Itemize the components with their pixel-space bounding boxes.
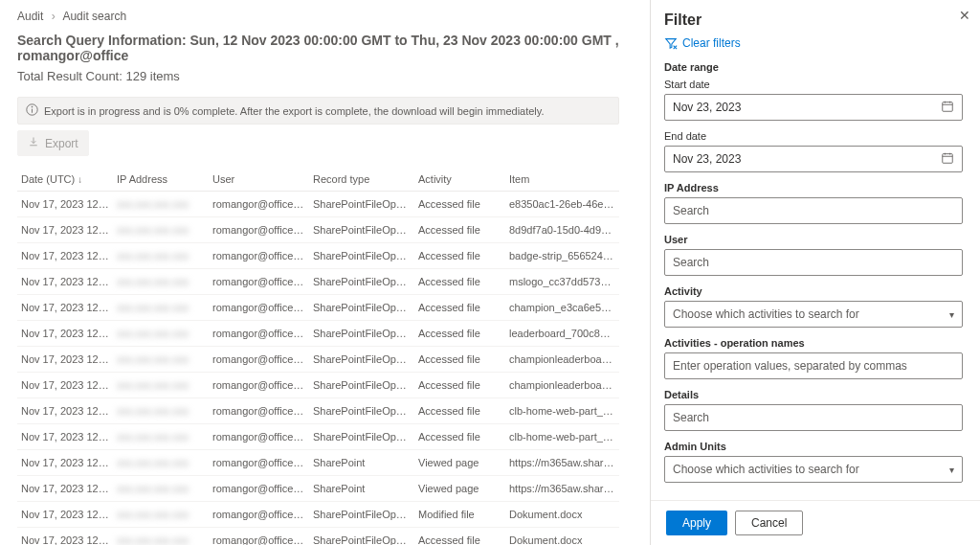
cell-item: 8d9df7a0-15d0-4d9d-91a8- [505, 217, 619, 243]
result-count: Total Result Count: 129 items [17, 69, 619, 83]
svg-rect-9 [943, 153, 953, 163]
cell-record: SharePointFileOperation [309, 398, 414, 424]
cell-record: SharePoint [309, 476, 414, 502]
col-item[interactable]: Item [505, 168, 619, 192]
page-title: Search Query Information: Sun, 12 Nov 20… [17, 33, 619, 63]
cell-record: SharePointFileOperation [309, 243, 414, 269]
breadcrumb[interactable]: Audit › Audit search [17, 10, 619, 23]
cell-ip: xxx.xxx.xxx.xxx [113, 295, 209, 321]
cell-date: Nov 17, 2023 12:49 PM [17, 347, 113, 373]
cell-record: SharePoint [309, 450, 414, 476]
daterange-label: Date range [664, 61, 963, 73]
panel-footer: Apply Cancel [651, 500, 980, 545]
table-row[interactable]: Nov 17, 2023 12:49 PMxxx.xxx.xxx.xxxroma… [17, 192, 619, 217]
col-record[interactable]: Record type [309, 168, 414, 192]
ip-input[interactable] [664, 197, 963, 224]
apply-button[interactable]: Apply [666, 511, 727, 535]
cell-activity: Accessed file [414, 243, 505, 269]
cell-ip: xxx.xxx.xxx.xxx [113, 217, 209, 243]
table-row[interactable]: Nov 17, 2023 12:49 PMxxx.xxx.xxx.xxxroma… [17, 295, 619, 321]
cell-user: romangor@office365atwork... [209, 450, 309, 476]
cell-item: mslogo_cc37dd573025d4b1 [505, 269, 619, 295]
cell-record: SharePointFileOperation [309, 217, 414, 243]
table-row[interactable]: Nov 17, 2023 12:24 PMxxx.xxx.xxx.xxxroma… [17, 502, 619, 528]
cell-ip: xxx.xxx.xxx.xxx [113, 373, 209, 398]
cell-date: Nov 17, 2023 12:49 PM [17, 295, 113, 321]
cell-user: romangor@office365atwork... [209, 217, 309, 243]
svg-point-2 [32, 106, 33, 107]
cell-user: romangor@office365atwork... [209, 476, 309, 502]
cell-date: Nov 17, 2023 12:48 PM [17, 450, 113, 476]
results-table: Date (UTC)↓ IP Address User Record type … [17, 168, 619, 545]
close-icon[interactable]: ✕ [959, 8, 970, 23]
download-icon [28, 136, 39, 150]
table-row[interactable]: Nov 17, 2023 12:49 PMxxx.xxx.xxx.xxxroma… [17, 373, 619, 398]
cell-activity: Viewed page [414, 476, 505, 502]
cell-date: Nov 17, 2023 12:49 PM [17, 424, 113, 450]
cell-activity: Accessed file [414, 192, 505, 217]
export-button: Export [17, 130, 89, 156]
table-row[interactable]: Nov 17, 2023 12:49 PMxxx.xxx.xxx.xxxroma… [17, 398, 619, 424]
cell-date: Nov 17, 2023 12:49 PM [17, 269, 113, 295]
table-row[interactable]: Nov 17, 2023 12:24 PMxxx.xxx.xxx.xxxroma… [17, 528, 619, 546]
cell-activity: Modified file [414, 502, 505, 528]
activity-select[interactable]: Choose which activities to search for ▾ [664, 301, 963, 328]
info-icon [26, 103, 38, 118]
cell-ip: xxx.xxx.xxx.xxx [113, 347, 209, 373]
activity-label: Activity [664, 285, 963, 297]
panel-title: Filter [664, 11, 963, 29]
cell-user: romangor@office365atwork... [209, 502, 309, 528]
details-input[interactable] [664, 404, 963, 431]
sort-down-icon: ↓ [78, 174, 82, 185]
calendar-icon [941, 151, 954, 168]
cell-ip: xxx.xxx.xxx.xxx [113, 528, 209, 546]
col-ip[interactable]: IP Address [113, 168, 209, 192]
cell-item: Dokument.docx [505, 502, 619, 528]
cell-user: romangor@office365atwork... [209, 373, 309, 398]
opnames-label: Activities - operation names [664, 337, 963, 349]
cell-date: Nov 17, 2023 12:49 PM [17, 321, 113, 347]
user-input[interactable] [664, 249, 963, 276]
cell-ip: xxx.xxx.xxx.xxx [113, 502, 209, 528]
cell-activity: Accessed file [414, 269, 505, 295]
cell-activity: Accessed file [414, 373, 505, 398]
cell-user: romangor@office365atwork... [209, 269, 309, 295]
cell-item: clb-home-web-part_734706 [505, 398, 619, 424]
cell-date: Nov 17, 2023 12:49 PM [17, 373, 113, 398]
table-row[interactable]: Nov 17, 2023 12:49 PMxxx.xxx.xxx.xxxroma… [17, 321, 619, 347]
table-row[interactable]: Nov 17, 2023 12:49 PMxxx.xxx.xxx.xxxroma… [17, 243, 619, 269]
cell-activity: Accessed file [414, 295, 505, 321]
end-date-input[interactable]: Nov 23, 2023 [664, 146, 963, 172]
col-user[interactable]: User [209, 168, 309, 192]
calendar-icon [941, 100, 954, 116]
table-row[interactable]: Nov 17, 2023 12:49 PMxxx.xxx.xxx.xxxroma… [17, 424, 619, 450]
cell-ip: xxx.xxx.xxx.xxx [113, 424, 209, 450]
cell-item: leaderboard_700c8baf4f477 [505, 321, 619, 347]
cell-item: Dokument.docx [505, 528, 619, 546]
cell-ip: xxx.xxx.xxx.xxx [113, 476, 209, 502]
user-label: User [664, 234, 963, 245]
table-row[interactable]: Nov 17, 2023 12:49 PMxxx.xxx.xxx.xxxroma… [17, 217, 619, 243]
col-activity[interactable]: Activity [414, 168, 505, 192]
cell-activity: Accessed file [414, 217, 505, 243]
cell-user: romangor@office365atwork... [209, 347, 309, 373]
cell-activity: Accessed file [414, 398, 505, 424]
cell-item: https://m365aw.sharepoint. [505, 450, 619, 476]
cell-ip: xxx.xxx.xxx.xxx [113, 269, 209, 295]
cell-user: romangor@office365atwork... [209, 424, 309, 450]
cancel-button[interactable]: Cancel [735, 511, 803, 535]
table-row[interactable]: Nov 17, 2023 12:49 PMxxx.xxx.xxx.xxxroma… [17, 347, 619, 373]
start-date-input[interactable]: Nov 23, 2023 [664, 94, 963, 121]
cell-record: SharePointFileOperation [309, 321, 414, 347]
clear-filters-link[interactable]: Clear filters [664, 36, 963, 50]
breadcrumb-root[interactable]: Audit [17, 10, 43, 23]
cell-item: e8350ac1-26eb-46e0-8c5a-l [505, 192, 619, 217]
cell-user: romangor@office365atwork... [209, 243, 309, 269]
table-row[interactable]: Nov 17, 2023 12:48 PMxxx.xxx.xxx.xxxroma… [17, 450, 619, 476]
table-row[interactable]: Nov 17, 2023 12:48 PMxxx.xxx.xxx.xxxroma… [17, 476, 619, 502]
col-date[interactable]: Date (UTC)↓ [17, 168, 113, 192]
opnames-input[interactable] [664, 352, 963, 379]
admin-select[interactable]: Choose which activities to search for ▾ [664, 456, 963, 483]
cell-activity: Accessed file [414, 424, 505, 450]
table-row[interactable]: Nov 17, 2023 12:49 PMxxx.xxx.xxx.xxxroma… [17, 269, 619, 295]
